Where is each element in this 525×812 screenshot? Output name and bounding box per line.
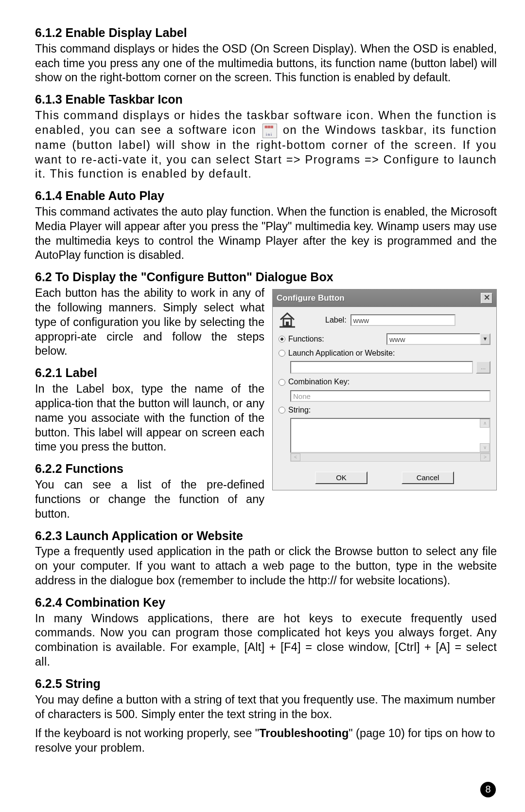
scroll-right-icon[interactable]: > — [480, 453, 490, 461]
functions-radio[interactable] — [279, 336, 285, 343]
label-input[interactable]: www — [350, 314, 455, 326]
scroll-down-icon[interactable]: ∨ — [480, 443, 490, 452]
body-6-2-5-b: If the keyboard is not working properly,… — [35, 726, 497, 756]
combination-label: Combination Key: — [288, 377, 350, 387]
close-icon[interactable]: ✕ — [481, 293, 492, 304]
heading-6-2-3: 6.2.3 Launch Application or Website — [35, 528, 497, 544]
string-textarea[interactable]: ∧ ∨ — [290, 418, 490, 453]
functions-label: Functions: — [288, 334, 324, 344]
launch-label: Launch Application or Website: — [288, 348, 395, 358]
cancel-button[interactable]: Cancel — [402, 471, 454, 484]
heading-6-2-4: 6.2.4 Combination Key — [35, 595, 497, 611]
body-6-2-5-a: You may define a button with a string of… — [35, 693, 497, 722]
svg-rect-1 — [286, 322, 289, 326]
heading-6-2: 6.2 To Display the "Configure Button" Di… — [35, 270, 497, 285]
scroll-up-icon[interactable]: ∧ — [480, 419, 490, 428]
heading-6-1-3: 6.1.3 Enable Taskbar Icon — [35, 92, 497, 108]
body-6-2-3: Type a frequently used application in th… — [35, 544, 497, 588]
launch-radio[interactable] — [279, 350, 285, 357]
functions-value: www — [386, 333, 480, 345]
heading-6-1-2: 6.1.2 Enable Display Label — [35, 25, 497, 41]
string-radio[interactable] — [279, 407, 285, 414]
home-icon — [279, 312, 296, 328]
scroll-left-icon[interactable]: < — [291, 453, 300, 461]
combination-value[interactable]: None — [290, 390, 490, 402]
body-6-1-2: This command displays or hides the OSD (… — [35, 42, 497, 86]
taskbar-software-icon — [262, 124, 277, 138]
chevron-down-icon[interactable]: ▼ — [480, 333, 490, 345]
body-6-1-3: This command displays or hides the taskb… — [35, 108, 497, 181]
ok-button[interactable]: OK — [315, 471, 368, 484]
heading-6-2-5: 6.2.5 String — [35, 676, 497, 692]
combination-radio[interactable] — [279, 379, 285, 386]
browse-button[interactable]: ... — [476, 361, 490, 374]
functions-dropdown[interactable]: www ▼ — [386, 333, 490, 345]
label-label: Label: — [325, 315, 347, 325]
body-6-1-4: This command activates the auto play fun… — [35, 205, 497, 263]
string-label: String: — [288, 405, 311, 415]
heading-6-1-4: 6.1.4 Enable Auto Play — [35, 188, 497, 204]
troubleshoot-pre: If the keyboard is not working properly,… — [35, 727, 259, 740]
configure-button-dialog: Configure Button ✕ Label: www — [272, 289, 497, 490]
horizontal-scrollbar[interactable]: < > — [290, 453, 490, 462]
launch-path-input[interactable] — [290, 361, 473, 374]
body-6-2-4: In many Windows applications, there are … — [35, 612, 497, 669]
troubleshoot-bold: Troubleshooting — [259, 727, 349, 740]
page-number-badge: 8 — [480, 782, 496, 797]
dialog-titlebar: Configure Button ✕ — [273, 289, 496, 307]
dialog-title: Configure Button — [277, 293, 345, 304]
